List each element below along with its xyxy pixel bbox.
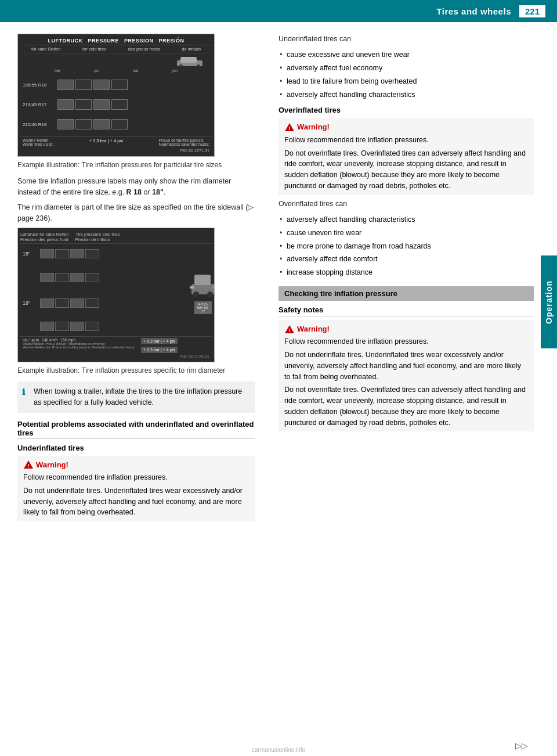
illus1-rows: 195/55 R16 215/45 R17 (20, 73, 212, 136)
info-text: When towing a trailer, inflate the tires… (34, 387, 242, 406)
warning2-text1: Follow recommended tire inflation pressu… (284, 135, 528, 146)
warning-icon-3: ! (284, 325, 295, 334)
illus1-graphic: LUFTDRUCK PRESSURE PRESSION PRESIÓN für … (18, 34, 214, 156)
body-text-1: Some tire inflation pressure labels may … (17, 176, 255, 199)
body-text-2: The rim diameter is part of the tire siz… (17, 202, 255, 225)
checking-heading: Checking tire inflation pressure (278, 286, 534, 301)
right-column: Underinflated tires can cause excessive … (267, 34, 557, 525)
list-item: lead to tire failure from being overheat… (278, 75, 534, 88)
illus1-footer: Warme Reifen:Warm tires up to: + 0,3 bar… (20, 136, 212, 147)
illustration-2: Luftdruck für kalte Reifen Tire pressure… (17, 228, 215, 362)
table-row: 215/45 R17 (20, 99, 212, 110)
svg-text:!: ! (28, 463, 30, 469)
safety-notes-heading: Safety notes (278, 305, 534, 316)
svg-text:!: ! (289, 125, 291, 131)
illus2-header: Luftdruck für kalte Reifen Tire pressure… (20, 231, 212, 244)
warning-icon-1: ! (23, 460, 34, 469)
list-item: cause excessive and uneven tire wear (278, 48, 534, 62)
footer-nav: ▷▷ (515, 741, 528, 750)
page-header: Tires and wheels 221 (0, 0, 557, 22)
warning-box-3: ! Warning! Follow recommended tire infla… (278, 320, 534, 432)
warning3-text1: Follow recommended tire inflation pressu… (284, 336, 528, 347)
overinflated-can-text: Overinflated tires can (278, 199, 534, 210)
watermark: carmanualonline.info (252, 747, 305, 753)
illus1-subheader: für kalte Reifen for cold tires des pneu… (20, 45, 212, 53)
underinflated-can-text: Underinflated tires can (278, 34, 534, 45)
table-row: 19" (20, 298, 194, 308)
warning-box-1: ! Warning! Follow recommended tire infla… (17, 456, 255, 522)
illus1-partnumber: P88.60-2271-31 (20, 147, 212, 154)
illus1-title: LUFTDRUCK PRESSURE PRESSION PRESIÓN (20, 37, 212, 45)
svg-rect-1 (180, 57, 197, 63)
list-item: adversely affect fuel economy (278, 62, 534, 75)
list-item: cause uneven tire wear (278, 226, 534, 240)
svg-rect-5 (194, 275, 211, 285)
car-icon-2 (189, 267, 215, 301)
list-item: adversely affect handling characteristic… (278, 213, 534, 226)
warning-title-2: ! Warning! (284, 121, 528, 133)
illus1-caption: Example illustration: Tire inflation pre… (17, 160, 255, 170)
sub-heading-overinflated: Overinflated tires (278, 106, 534, 114)
table-row: 18" (20, 249, 194, 259)
svg-rect-9 (212, 286, 215, 289)
list-item: increase stopping distance (278, 266, 534, 279)
list-item: adversely affect ride comfort (278, 253, 534, 266)
chapter-title: Tires and wheels (436, 6, 511, 16)
warning-box-2: ! Warning! Follow recommended tire infla… (278, 118, 534, 195)
warning-title-1: ! Warning! (23, 459, 249, 471)
overinflated-bullets: adversely affect handling characteristic… (278, 213, 534, 279)
illus2-graphic: Luftdruck für kalte Reifen Tire pressure… (18, 228, 214, 362)
table-row (20, 321, 194, 332)
table-row: 195/55 R16 (20, 79, 212, 91)
table-row (20, 272, 194, 283)
nav-symbol: ▷▷ (515, 741, 528, 750)
underinflated-bullets: cause excessive and uneven tire wear adv… (278, 48, 534, 101)
section-heading-potential-problems: Potential problems associated with under… (17, 420, 255, 439)
illus2-footer: bis / up to 240 km/h 150 mph Valdez Müll… (20, 336, 212, 354)
svg-rect-8 (190, 286, 194, 289)
illustration-1: LUFTDRUCK PRESSURE PRESSION PRESIÓN für … (17, 34, 215, 157)
warning1-text1: Follow recommended tire inflation pressu… (23, 472, 249, 483)
section-tab: Operation (541, 255, 557, 348)
sub-heading-underinflated: Underinflated tires (17, 444, 255, 452)
left-column: LUFTDRUCK PRESSURE PRESSION PRESIÓN für … (0, 34, 267, 525)
warning2-text2: Do not overinflate tires. Overinflated t… (284, 148, 528, 192)
list-item: be more prone to damage from road hazard… (278, 240, 534, 253)
page-number: 221 (519, 5, 545, 17)
illus2-partnumber: P40.00-2178-31 (20, 354, 212, 359)
warning-title-3: ! Warning! (284, 323, 528, 335)
svg-text:!: ! (289, 327, 291, 333)
main-content: LUFTDRUCK PRESSURE PRESSION PRESIÓN für … (0, 22, 557, 537)
illus2-caption: Example illustration: Tire inflation pre… (17, 366, 255, 376)
warning1-text2: Do not underinflate tires. Underinflated… (23, 485, 249, 518)
warning-icon-2: ! (284, 123, 295, 132)
illus2-rows: 18" (20, 244, 194, 336)
svg-point-6 (193, 291, 199, 297)
table-row: 215/40 R18 (20, 118, 212, 130)
warning3-text2: Do not underinflate tires. Underinflated… (284, 350, 528, 382)
warning3-text3: Do not overinflate tires. Overinflated t… (284, 384, 528, 428)
car-icon (172, 55, 207, 67)
info-box: When towing a trailer, inflate the tires… (17, 381, 255, 413)
svg-point-7 (207, 291, 213, 297)
list-item: adversely affect handling characteristic… (278, 88, 534, 102)
